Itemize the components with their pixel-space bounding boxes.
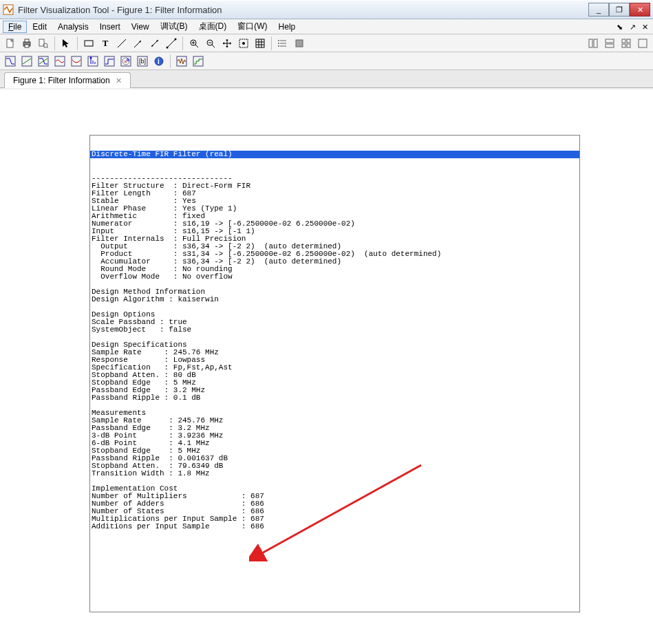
svg-line-20 [212,45,215,47]
grid-icon[interactable] [253,36,268,51]
new-doc-icon[interactable] [3,36,18,51]
svg-rect-26 [256,39,264,47]
phasedelay-icon[interactable] [69,54,84,69]
svg-rect-42 [622,39,625,43]
filter-info-header: Discrete-Time FIR Filter (real) [90,151,579,158]
svg-point-34 [278,40,279,41]
svg-point-25 [242,42,245,45]
toolbar-analysis: × [b] i [0,52,653,70]
svg-text:i: i [158,58,160,65]
svg-line-9 [118,39,126,47]
close-panel-icon[interactable]: ✕ [640,23,650,31]
menu-view[interactable]: View [126,21,155,33]
tab-label: Figure 1: Filter Information [13,76,110,85]
list-icon[interactable] [275,36,290,51]
filter-info-body: ------------------------------- Filter S… [90,173,579,532]
close-icon: ✕ [637,6,643,14]
svg-line-12 [167,39,175,47]
layout1-icon[interactable] [586,36,601,51]
close-button[interactable]: ✕ [630,3,650,17]
svg-point-54 [90,56,92,58]
step-icon[interactable] [102,54,117,69]
magphase-icon[interactable] [36,54,51,69]
info-icon[interactable]: i [151,54,167,69]
layout2-icon[interactable] [602,36,617,51]
print-preview-icon[interactable] [36,36,51,51]
pan-icon[interactable] [220,36,235,51]
dock-icon[interactable]: ⬊ [614,23,625,31]
line-icon[interactable] [114,36,129,51]
menu-right-controls: ⬊ ↗ ✕ [614,22,650,32]
rect-icon[interactable] [81,36,96,51]
tab-close-icon[interactable]: ✕ [116,76,122,85]
tab-figure1[interactable]: Figure 1: Filter Information ✕ [4,72,131,88]
zoom-in-icon[interactable] [186,36,202,51]
arrow-icon[interactable] [131,36,146,51]
layout4-icon[interactable] [635,36,650,51]
window-title: Filter Visualization Tool - Figure 1: Fi… [18,5,588,15]
svg-point-13 [167,46,169,48]
toolbar-divider [170,54,171,68]
svg-point-61 [127,58,129,61]
svg-point-36 [278,45,279,47]
menu-desktop[interactable]: 桌面(D) [193,19,233,34]
menu-edit[interactable]: Edit [27,21,52,33]
menu-debug[interactable]: 调试(B) [155,19,193,34]
cursor-icon[interactable] [58,36,74,51]
menu-file[interactable]: FFileile [3,21,27,33]
line2-icon[interactable] [164,36,179,51]
print-icon[interactable] [19,36,34,51]
svg-rect-45 [627,44,630,47]
svg-line-7 [47,47,48,48]
menu-window[interactable]: 窗口(W) [232,19,272,34]
fit-icon[interactable] [236,36,251,51]
toolbar-divider [271,36,272,50]
magnitude-icon[interactable] [3,54,18,69]
toolbar-divider [54,36,55,50]
svg-rect-44 [622,44,625,47]
noise-icon[interactable] [174,54,189,69]
filter-info-textbox[interactable]: Discrete-Time FIR Filter (real) --------… [89,135,580,612]
menu-bar: FFileile Edit Analysis Insert View 调试(B)… [0,19,653,34]
svg-rect-38 [589,39,592,47]
coef-icon[interactable]: [b] [135,54,150,69]
toolbar-divider [77,36,78,50]
maximize-icon: ❐ [616,6,623,14]
svg-line-16 [195,45,198,47]
svg-rect-40 [606,39,614,43]
svg-text:[b]: [b] [139,58,146,65]
shade-icon[interactable] [292,36,307,51]
svg-rect-4 [25,45,29,47]
doublearrow-icon[interactable] [147,36,162,51]
undock-icon[interactable]: ↗ [628,23,638,31]
toolbar-divider [182,36,183,50]
svg-rect-41 [606,44,614,47]
polezero-icon[interactable]: × [118,54,133,69]
svg-rect-57 [105,56,114,66]
minimize-button[interactable]: _ [588,3,609,17]
round-icon[interactable] [191,54,206,69]
menu-help[interactable]: Help [273,21,301,33]
maximize-button[interactable]: ❐ [609,3,630,17]
figure-canvas: Discrete-Time FIR Filter (real) --------… [0,89,653,644]
impulse-icon[interactable] [85,54,100,69]
phase-icon[interactable] [19,54,34,69]
zoom-out-icon[interactable] [203,36,218,51]
text-icon[interactable]: T [98,36,113,51]
svg-rect-8 [85,41,93,46]
svg-point-35 [278,43,279,44]
toolbar-main: T [0,34,653,52]
menu-insert[interactable]: Insert [94,21,126,33]
minimize-icon: _ [597,6,601,14]
app-icon [3,4,14,15]
svg-rect-46 [639,39,647,47]
layout3-icon[interactable] [619,36,634,51]
groupdelay-icon[interactable] [52,54,67,69]
svg-rect-37 [296,40,303,47]
title-bar: Filter Visualization Tool - Figure 1: Fi… [0,0,653,19]
window-buttons: _ ❐ ✕ [588,3,650,17]
svg-point-14 [175,38,177,40]
menu-analysis[interactable]: Analysis [52,21,94,33]
tab-bar: Figure 1: Filter Information ✕ [0,70,653,88]
svg-rect-43 [627,39,630,43]
